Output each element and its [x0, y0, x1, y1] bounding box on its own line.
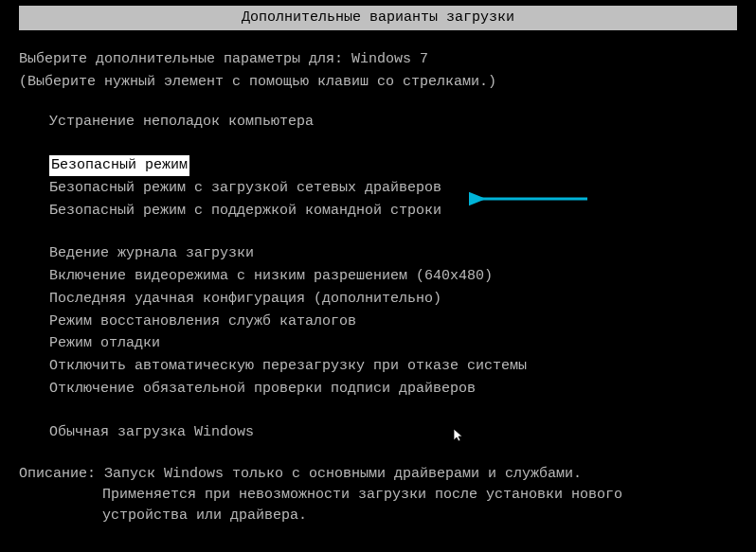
title-bar: Дополнительные варианты загрузки [19, 6, 737, 30]
menu-debugging[interactable]: Режим отладки [49, 332, 737, 355]
menu-group-2: Безопасный режим Безопасный режим с загр… [49, 154, 737, 222]
content-area: Выберите дополнительные параметры для: W… [0, 30, 756, 526]
menu-ds-restore[interactable]: Режим восстановления служб каталогов [49, 311, 737, 333]
menu-group-4: Обычная загрузка Windows [49, 421, 737, 444]
menu-group-1: Устранение неполадок компьютера [49, 111, 737, 134]
menu-safe-mode-networking[interactable]: Безопасный режим с загрузкой сетевых дра… [49, 177, 737, 200]
instruction-sub: (Выберите нужный элемент с помощью клави… [19, 72, 737, 93]
menu-start-normally[interactable]: Обычная загрузка Windows [49, 421, 737, 444]
menu-group-3: Ведение журнала загрузки Включение видео… [49, 242, 737, 400]
title-text: Дополнительные варианты загрузки [242, 9, 514, 26]
description-line-2: Применяется при невозможности загрузки п… [102, 485, 737, 506]
menu-disable-auto-restart[interactable]: Отключить автоматическую перезагрузку пр… [49, 355, 737, 378]
intro-line: Выберите дополнительные параметры для: W… [19, 49, 737, 70]
menu-safe-mode[interactable]: Безопасный режим [49, 154, 737, 177]
menu-repair[interactable]: Устранение неполадок компьютера [49, 111, 737, 134]
description-text-1: Запуск Windows только с основными драйве… [104, 466, 582, 482]
description-line-1: Описание: Запуск Windows только с основн… [19, 464, 737, 485]
menu-low-res[interactable]: Включение видеорежима с низким разрешени… [49, 265, 737, 288]
description-line-3: устройства или драйвера. [102, 506, 737, 526]
description-block: Описание: Запуск Windows только с основн… [19, 464, 737, 525]
description-label: Описание: [19, 466, 104, 482]
menu-safe-mode-cmd[interactable]: Безопасный режим с поддержкой командной … [49, 200, 737, 223]
intro-prefix: Выберите дополнительные параметры для: [19, 51, 351, 67]
os-name: Windows 7 [351, 51, 428, 67]
menu-safe-mode-label: Безопасный режим [49, 155, 189, 176]
menu-disable-driver-signature[interactable]: Отключение обязательной проверки подписи… [49, 378, 737, 401]
menu-boot-logging[interactable]: Ведение журнала загрузки [49, 242, 737, 265]
menu-last-known-good[interactable]: Последняя удачная конфигурация (дополнит… [49, 288, 737, 311]
